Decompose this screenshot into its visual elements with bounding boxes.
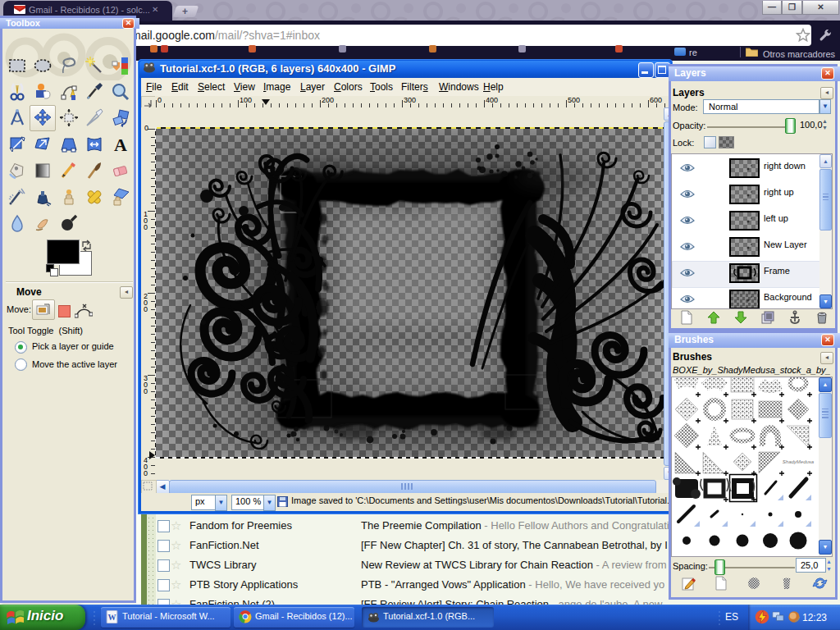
svg-text:A: A (114, 135, 127, 154)
svg-text:ShadyMedusa: ShadyMedusa (783, 459, 815, 464)
svg-text:W: W (108, 613, 116, 622)
